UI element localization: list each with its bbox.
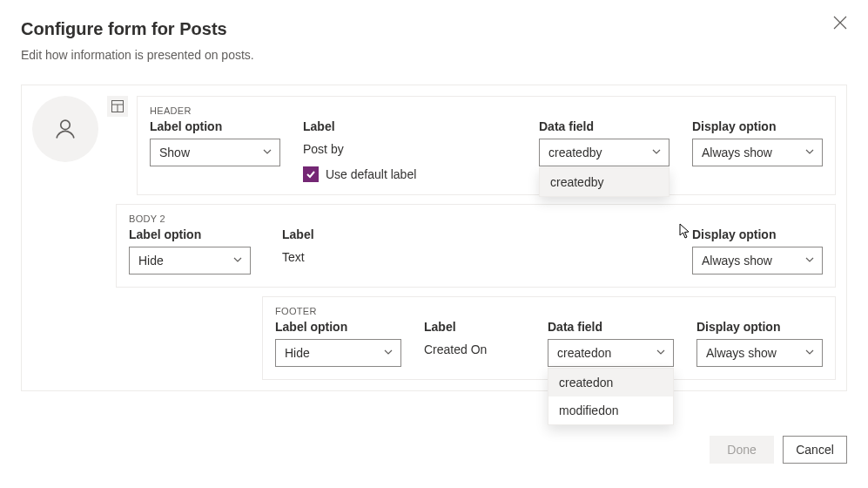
select-value: createdon bbox=[557, 346, 611, 360]
footer-label-value: Created On bbox=[424, 339, 525, 356]
chevron-down-icon bbox=[804, 254, 815, 268]
chevron-down-icon bbox=[232, 254, 243, 268]
chevron-down-icon bbox=[804, 146, 815, 159]
body2-label-option-select[interactable]: Hide bbox=[129, 247, 251, 274]
footer-display-option-label: Display option bbox=[696, 320, 823, 334]
header-label-option-label: Label option bbox=[150, 119, 280, 133]
select-value: createdby bbox=[548, 146, 602, 159]
dropdown-option[interactable]: createdby bbox=[540, 168, 669, 196]
form-preview-panel: HEADER Label option Show Label Post by bbox=[21, 85, 847, 391]
body2-label-option-label: Label option bbox=[129, 227, 259, 241]
select-value: Show bbox=[159, 146, 190, 159]
header-label-option-select[interactable]: Show bbox=[150, 139, 280, 166]
body2-label-label: Label bbox=[282, 227, 400, 241]
dropdown-option[interactable]: createdon bbox=[548, 369, 673, 396]
footer-label-option-select[interactable]: Hide bbox=[275, 339, 401, 367]
dialog-subtitle: Edit how information is presented on pos… bbox=[21, 48, 847, 62]
chevron-down-icon bbox=[262, 146, 273, 159]
close-button[interactable] bbox=[833, 16, 847, 30]
header-section: HEADER Label option Show Label Post by bbox=[137, 96, 836, 195]
header-display-option-select[interactable]: Always show bbox=[692, 139, 823, 166]
configure-form-dialog: Configure form for Posts Edit how inform… bbox=[0, 0, 868, 391]
chevron-down-icon bbox=[656, 346, 666, 360]
select-value: Always show bbox=[702, 146, 772, 159]
select-value: Hide bbox=[138, 254, 164, 268]
person-icon bbox=[53, 117, 77, 141]
footer-data-field-label: Data field bbox=[548, 320, 674, 334]
chevron-down-icon bbox=[383, 346, 394, 360]
header-data-field-label: Data field bbox=[539, 119, 670, 133]
layout-icon bbox=[111, 100, 124, 112]
footer-label-label: Label bbox=[424, 320, 525, 334]
header-label-label: Label bbox=[303, 119, 486, 133]
section-title: BODY 2 bbox=[117, 205, 835, 227]
chevron-down-icon bbox=[651, 146, 662, 159]
avatar bbox=[32, 96, 98, 162]
header-label-value: Post by bbox=[303, 139, 486, 156]
dialog-title: Configure form for Posts bbox=[21, 19, 847, 39]
svg-point-0 bbox=[61, 120, 71, 130]
check-icon bbox=[306, 169, 316, 180]
section-title: FOOTER bbox=[263, 297, 835, 320]
body2-display-option-select[interactable]: Always show bbox=[692, 247, 823, 274]
header-data-field-select[interactable]: createdby createdby bbox=[539, 139, 670, 166]
footer-section: FOOTER Label option Hide Label Created O… bbox=[262, 296, 836, 380]
done-button[interactable]: Done bbox=[710, 436, 774, 464]
close-icon bbox=[833, 16, 847, 30]
dropdown-option[interactable]: modifiedon bbox=[548, 396, 673, 424]
select-value: Always show bbox=[702, 254, 772, 268]
header-display-option-label: Display option bbox=[692, 119, 823, 133]
footer-label-option-label: Label option bbox=[275, 320, 401, 334]
footer-data-field-select[interactable]: createdon createdon modifiedon bbox=[548, 339, 674, 367]
use-default-label-text: Use default label bbox=[326, 167, 416, 181]
chevron-down-icon bbox=[804, 346, 815, 360]
body2-display-option-label: Display option bbox=[692, 227, 823, 241]
layout-toggle[interactable] bbox=[107, 96, 128, 117]
action-bar: Done Cancel bbox=[710, 436, 847, 464]
use-default-label-checkbox[interactable] bbox=[303, 166, 319, 182]
body2-section: BODY 2 Label option Hide Label Text Disp… bbox=[116, 204, 836, 288]
cancel-button[interactable]: Cancel bbox=[783, 436, 847, 464]
body2-label-value: Text bbox=[282, 247, 400, 264]
footer-display-option-select[interactable]: Always show bbox=[696, 339, 823, 367]
select-value: Always show bbox=[706, 346, 777, 360]
section-title: HEADER bbox=[138, 97, 835, 119]
footer-data-field-dropdown: createdon modifiedon bbox=[548, 368, 674, 425]
header-data-field-dropdown: createdby bbox=[539, 167, 670, 197]
select-value: Hide bbox=[285, 346, 310, 360]
